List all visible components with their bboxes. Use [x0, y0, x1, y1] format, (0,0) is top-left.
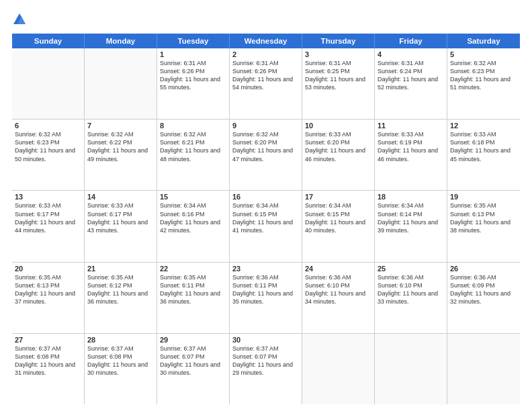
header [12, 12, 520, 27]
day-number: 15 [160, 193, 226, 201]
day-9: 9Sunrise: 6:32 AM Sunset: 6:20 PM Daylig… [230, 120, 302, 190]
day-number: 9 [232, 122, 299, 130]
header-day-wednesday: Wednesday [230, 34, 302, 48]
day-info: Sunrise: 6:32 AM Sunset: 6:20 PM Dayligh… [232, 130, 299, 163]
day-info: Sunrise: 6:35 AM Sunset: 6:11 PM Dayligh… [160, 273, 226, 306]
day-number: 10 [305, 122, 371, 130]
week-row-1: 1Sunrise: 6:31 AM Sunset: 6:26 PM Daylig… [12, 48, 520, 120]
day-22: 22Sunrise: 6:35 AM Sunset: 6:11 PM Dayli… [157, 263, 230, 333]
day-18: 18Sunrise: 6:34 AM Sunset: 6:14 PM Dayli… [375, 191, 447, 261]
day-info: Sunrise: 6:36 AM Sunset: 6:10 PM Dayligh… [305, 273, 371, 306]
header-day-thursday: Thursday [302, 34, 375, 48]
empty-cell [302, 334, 375, 404]
day-number: 17 [305, 193, 371, 201]
day-13: 13Sunrise: 6:33 AM Sunset: 6:17 PM Dayli… [12, 191, 85, 261]
day-8: 8Sunrise: 6:32 AM Sunset: 6:21 PM Daylig… [157, 120, 230, 190]
calendar-body: 1Sunrise: 6:31 AM Sunset: 6:26 PM Daylig… [12, 48, 520, 404]
day-number: 8 [160, 122, 226, 130]
day-number: 7 [87, 122, 154, 130]
day-28: 28Sunrise: 6:37 AM Sunset: 6:08 PM Dayli… [85, 334, 157, 404]
day-info: Sunrise: 6:35 AM Sunset: 6:13 PM Dayligh… [450, 201, 517, 234]
day-number: 3 [305, 50, 371, 58]
day-29: 29Sunrise: 6:37 AM Sunset: 6:07 PM Dayli… [157, 334, 230, 404]
day-number: 14 [87, 193, 154, 201]
day-info: Sunrise: 6:33 AM Sunset: 6:17 PM Dayligh… [87, 201, 154, 234]
day-30: 30Sunrise: 6:37 AM Sunset: 6:07 PM Dayli… [230, 334, 302, 404]
day-info: Sunrise: 6:37 AM Sunset: 6:07 PM Dayligh… [160, 345, 226, 377]
day-info: Sunrise: 6:35 AM Sunset: 6:13 PM Dayligh… [15, 273, 81, 306]
day-info: Sunrise: 6:36 AM Sunset: 6:11 PM Dayligh… [232, 273, 299, 306]
day-4: 4Sunrise: 6:31 AM Sunset: 6:24 PM Daylig… [375, 48, 447, 119]
day-7: 7Sunrise: 6:32 AM Sunset: 6:22 PM Daylig… [85, 120, 157, 190]
day-17: 17Sunrise: 6:34 AM Sunset: 6:15 PM Dayli… [302, 191, 375, 261]
day-23: 23Sunrise: 6:36 AM Sunset: 6:11 PM Dayli… [230, 263, 302, 333]
day-number: 26 [450, 265, 517, 273]
day-info: Sunrise: 6:33 AM Sunset: 6:18 PM Dayligh… [450, 130, 517, 163]
logo-icon [12, 12, 27, 27]
day-number: 18 [378, 193, 444, 201]
day-number: 28 [87, 336, 154, 344]
day-info: Sunrise: 6:31 AM Sunset: 6:26 PM Dayligh… [232, 59, 299, 92]
day-info: Sunrise: 6:37 AM Sunset: 6:07 PM Dayligh… [232, 345, 299, 377]
header-day-tuesday: Tuesday [157, 34, 230, 48]
empty-cell [12, 48, 85, 119]
week-row-4: 20Sunrise: 6:35 AM Sunset: 6:13 PM Dayli… [12, 263, 520, 334]
day-number: 5 [450, 50, 517, 58]
day-5: 5Sunrise: 6:32 AM Sunset: 6:23 PM Daylig… [447, 48, 520, 119]
week-row-3: 13Sunrise: 6:33 AM Sunset: 6:17 PM Dayli… [12, 191, 520, 262]
day-info: Sunrise: 6:36 AM Sunset: 6:10 PM Dayligh… [378, 273, 444, 306]
day-info: Sunrise: 6:33 AM Sunset: 6:17 PM Dayligh… [15, 201, 81, 234]
day-number: 27 [15, 336, 81, 344]
day-10: 10Sunrise: 6:33 AM Sunset: 6:20 PM Dayli… [302, 120, 375, 190]
day-info: Sunrise: 6:34 AM Sunset: 6:16 PM Dayligh… [160, 201, 226, 234]
day-info: Sunrise: 6:32 AM Sunset: 6:22 PM Dayligh… [87, 130, 154, 163]
day-number: 13 [15, 193, 81, 201]
header-day-saturday: Saturday [447, 34, 520, 48]
day-26: 26Sunrise: 6:36 AM Sunset: 6:09 PM Dayli… [447, 263, 520, 333]
day-info: Sunrise: 6:33 AM Sunset: 6:19 PM Dayligh… [378, 130, 444, 163]
day-number: 11 [378, 122, 444, 130]
day-1: 1Sunrise: 6:31 AM Sunset: 6:26 PM Daylig… [157, 48, 230, 119]
day-number: 29 [160, 336, 226, 344]
day-info: Sunrise: 6:34 AM Sunset: 6:15 PM Dayligh… [232, 201, 299, 234]
day-number: 2 [232, 50, 299, 58]
day-12: 12Sunrise: 6:33 AM Sunset: 6:18 PM Dayli… [447, 120, 520, 190]
day-info: Sunrise: 6:32 AM Sunset: 6:23 PM Dayligh… [15, 130, 81, 163]
day-number: 25 [378, 265, 444, 273]
header-day-monday: Monday [85, 34, 157, 48]
day-number: 19 [450, 193, 517, 201]
week-row-2: 6Sunrise: 6:32 AM Sunset: 6:23 PM Daylig… [12, 120, 520, 191]
day-2: 2Sunrise: 6:31 AM Sunset: 6:26 PM Daylig… [230, 48, 302, 119]
day-number: 22 [160, 265, 226, 273]
empty-cell [447, 334, 520, 404]
day-number: 4 [378, 50, 444, 58]
header-day-friday: Friday [375, 34, 447, 48]
day-info: Sunrise: 6:31 AM Sunset: 6:25 PM Dayligh… [305, 59, 371, 92]
day-15: 15Sunrise: 6:34 AM Sunset: 6:16 PM Dayli… [157, 191, 230, 261]
week-row-5: 27Sunrise: 6:37 AM Sunset: 6:08 PM Dayli… [12, 334, 520, 404]
day-info: Sunrise: 6:34 AM Sunset: 6:15 PM Dayligh… [305, 201, 371, 234]
day-3: 3Sunrise: 6:31 AM Sunset: 6:25 PM Daylig… [302, 48, 375, 119]
day-info: Sunrise: 6:33 AM Sunset: 6:20 PM Dayligh… [305, 130, 371, 163]
day-info: Sunrise: 6:32 AM Sunset: 6:21 PM Dayligh… [160, 130, 226, 163]
day-info: Sunrise: 6:32 AM Sunset: 6:23 PM Dayligh… [450, 59, 517, 92]
day-24: 24Sunrise: 6:36 AM Sunset: 6:10 PM Dayli… [302, 263, 375, 333]
day-number: 21 [87, 265, 154, 273]
day-16: 16Sunrise: 6:34 AM Sunset: 6:15 PM Dayli… [230, 191, 302, 261]
calendar: SundayMondayTuesdayWednesdayThursdayFrid… [12, 34, 520, 404]
day-21: 21Sunrise: 6:35 AM Sunset: 6:12 PM Dayli… [85, 263, 157, 333]
day-info: Sunrise: 6:36 AM Sunset: 6:09 PM Dayligh… [450, 273, 517, 306]
day-info: Sunrise: 6:31 AM Sunset: 6:24 PM Dayligh… [378, 59, 444, 92]
day-6: 6Sunrise: 6:32 AM Sunset: 6:23 PM Daylig… [12, 120, 85, 190]
day-info: Sunrise: 6:35 AM Sunset: 6:12 PM Dayligh… [87, 273, 154, 306]
day-info: Sunrise: 6:31 AM Sunset: 6:26 PM Dayligh… [160, 59, 226, 92]
logo [12, 12, 29, 27]
day-number: 1 [160, 50, 226, 58]
day-number: 6 [15, 122, 81, 130]
day-number: 12 [450, 122, 517, 130]
day-info: Sunrise: 6:37 AM Sunset: 6:08 PM Dayligh… [15, 345, 81, 377]
day-14: 14Sunrise: 6:33 AM Sunset: 6:17 PM Dayli… [85, 191, 157, 261]
day-number: 24 [305, 265, 371, 273]
day-number: 23 [232, 265, 299, 273]
day-25: 25Sunrise: 6:36 AM Sunset: 6:10 PM Dayli… [375, 263, 447, 333]
